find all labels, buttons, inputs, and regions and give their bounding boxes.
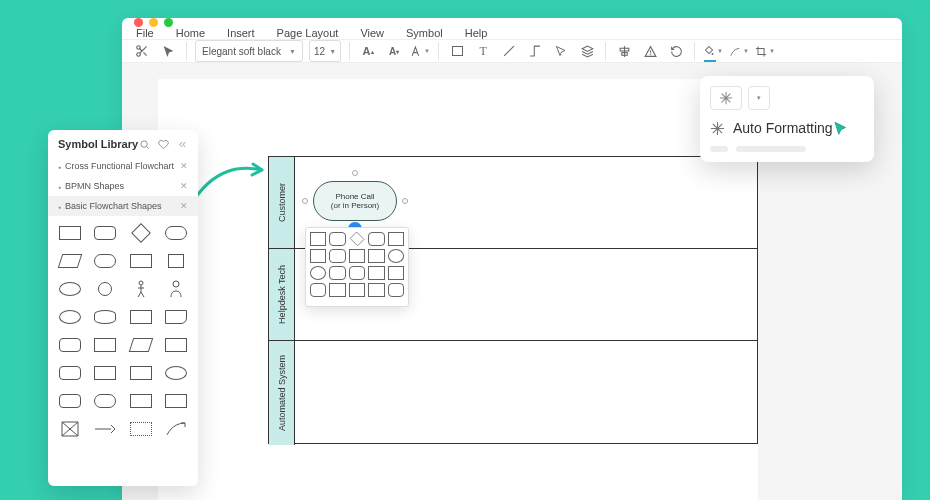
svg-line-14 <box>147 146 149 148</box>
menu-symbol[interactable]: Symbol <box>406 27 443 39</box>
shape-thumb[interactable] <box>163 390 191 412</box>
shape-thumb[interactable] <box>127 222 155 244</box>
shape-thumb[interactable] <box>92 306 120 328</box>
connector-tool-icon[interactable] <box>525 41 545 61</box>
align-icon[interactable] <box>614 41 634 61</box>
shape-thumb[interactable] <box>56 334 84 356</box>
shape-thumb[interactable] <box>92 334 120 356</box>
font-size-up-icon[interactable]: A▴ <box>358 41 378 61</box>
menu-insert[interactable]: Insert <box>227 27 255 39</box>
shape-thumb[interactable] <box>127 278 155 300</box>
chevron-down-icon: ▼ <box>743 48 749 54</box>
menu-view[interactable]: View <box>360 27 384 39</box>
shape-thumb[interactable] <box>56 306 84 328</box>
window-min-dot[interactable] <box>149 18 158 27</box>
svg-point-12 <box>712 53 714 55</box>
svg-point-11 <box>650 53 651 54</box>
auto-formatting-popover: ▾ Auto Formatting <box>700 76 874 162</box>
connection-handle[interactable] <box>302 198 308 204</box>
shape-thumb[interactable] <box>92 278 120 300</box>
chevron-down-icon: ▼ <box>424 48 430 54</box>
fill-color-icon[interactable]: ▼ <box>703 41 723 61</box>
shape-thumb[interactable] <box>56 250 84 272</box>
shape-thumb[interactable] <box>127 362 155 384</box>
cursor-pointer-icon <box>832 120 850 138</box>
menu-file[interactable]: File <box>136 27 154 39</box>
connection-handle[interactable] <box>352 170 358 176</box>
shape-thumb[interactable] <box>163 418 191 440</box>
shape-thumb[interactable] <box>92 222 120 244</box>
font-family-select[interactable]: Elegant soft black ▼ <box>195 40 303 62</box>
auto-formatting-label: Auto Formatting <box>733 120 833 136</box>
svg-point-16 <box>173 281 179 287</box>
symbol-library-panel[interactable]: Symbol Library ●Cross Functional Flowcha… <box>48 130 198 486</box>
shape-thumb[interactable] <box>92 362 120 384</box>
swimlane-container[interactable]: Customer Phone Call (or in Person) ▾ Hel… <box>268 156 758 444</box>
pointer-icon[interactable] <box>158 41 178 61</box>
sparkle-icon-button[interactable] <box>710 86 742 110</box>
swimlane-label: Helpdesk Tech <box>277 265 287 324</box>
shape-thumb[interactable] <box>127 390 155 412</box>
shape-thumb[interactable] <box>163 362 191 384</box>
svg-line-3 <box>143 52 146 55</box>
swimlane-header[interactable]: Helpdesk Tech <box>269 249 295 340</box>
shape-thumb[interactable] <box>92 418 120 440</box>
line-style-icon[interactable]: ▼ <box>729 41 749 61</box>
select-tool-icon[interactable] <box>551 41 571 61</box>
dropdown-toggle[interactable]: ▾ <box>748 86 770 110</box>
shape-thumb[interactable] <box>92 390 120 412</box>
shape-thumb[interactable] <box>163 306 191 328</box>
font-size-select[interactable]: 12 ▼ <box>309 40 341 62</box>
line-tool-icon[interactable] <box>499 41 519 61</box>
close-icon[interactable]: ✕ <box>180 201 188 211</box>
font-settings-icon[interactable]: ▼ <box>410 41 430 61</box>
shape-thumb[interactable] <box>163 278 191 300</box>
collapse-icon[interactable] <box>177 139 188 150</box>
shape-thumb[interactable] <box>127 418 155 440</box>
shape-thumb[interactable] <box>56 362 84 384</box>
shape-thumb[interactable] <box>163 250 191 272</box>
shape-thumb[interactable] <box>163 334 191 356</box>
layers-icon[interactable] <box>577 41 597 61</box>
close-icon[interactable]: ✕ <box>180 161 188 171</box>
library-category[interactable]: ●Basic Flowchart Shapes ✕ <box>48 196 198 216</box>
swimlane-label: Customer <box>277 183 287 222</box>
swimlane-row[interactable]: Customer Phone Call (or in Person) ▾ <box>269 157 757 249</box>
cut-icon[interactable] <box>132 41 152 61</box>
shape-thumb[interactable] <box>56 418 84 440</box>
window-close-dot[interactable] <box>134 18 143 27</box>
warning-icon[interactable] <box>640 41 660 61</box>
menu-home[interactable]: Home <box>176 27 205 39</box>
text-tool-icon[interactable]: T <box>473 41 493 61</box>
shape-thumb[interactable] <box>127 250 155 272</box>
menu-page-layout[interactable]: Page Layout <box>277 27 339 39</box>
library-category[interactable]: ●BPMN Shapes ✕ <box>48 176 198 196</box>
shape-thumb[interactable] <box>56 278 84 300</box>
close-icon[interactable]: ✕ <box>180 181 188 191</box>
shape-thumb[interactable] <box>163 222 191 244</box>
connection-handle[interactable] <box>402 198 408 204</box>
chevron-down-icon: ▾ <box>757 94 761 102</box>
library-category[interactable]: ●Cross Functional Flowchart ✕ <box>48 156 198 176</box>
font-name-value: Elegant soft black <box>202 46 281 57</box>
shape-thumb[interactable] <box>56 390 84 412</box>
swimlane-header[interactable]: Customer <box>269 157 295 248</box>
window-max-dot[interactable] <box>164 18 173 27</box>
shape-thumb[interactable] <box>127 334 155 356</box>
svg-point-15 <box>139 281 143 285</box>
terminator-node[interactable]: Phone Call (or in Person) ▾ <box>313 181 397 221</box>
menu-help[interactable]: Help <box>465 27 488 39</box>
font-size-down-icon[interactable]: A▾ <box>384 41 404 61</box>
favorite-icon[interactable] <box>158 139 169 150</box>
shape-thumb[interactable] <box>127 306 155 328</box>
shape-thumb[interactable] <box>56 222 84 244</box>
svg-line-4 <box>140 49 142 51</box>
rectangle-tool-icon[interactable] <box>447 41 467 61</box>
swimlane-row[interactable]: Helpdesk Tech <box>269 249 757 341</box>
search-icon[interactable] <box>139 139 150 150</box>
crop-icon[interactable]: ▼ <box>755 41 775 61</box>
swimlane-header[interactable]: Automated System <box>269 341 295 445</box>
shape-thumb[interactable] <box>92 250 120 272</box>
swimlane-row[interactable]: Automated System <box>269 341 757 445</box>
rotate-icon[interactable] <box>666 41 686 61</box>
